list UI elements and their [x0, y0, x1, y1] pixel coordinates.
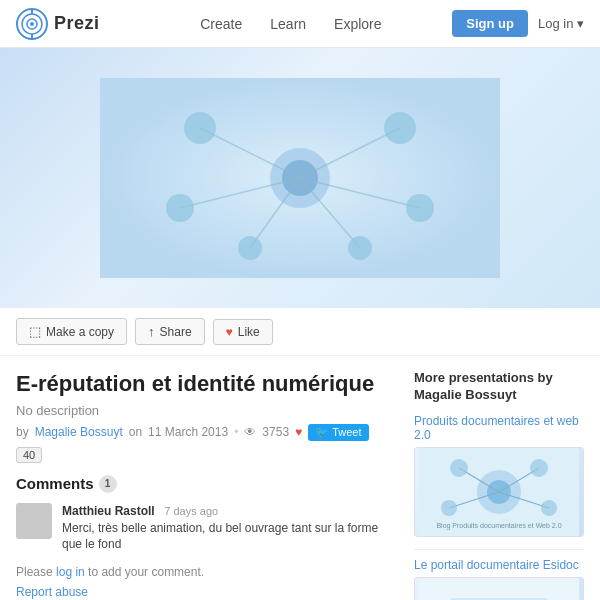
comment-text: Merci, très belle animation, du bel ouvr…	[62, 520, 398, 554]
report-abuse-link[interactable]: Report abuse	[16, 585, 398, 599]
comment-time: 7 days ago	[164, 505, 218, 517]
meta-line: by Magalie Bossuyt on 11 March 2013 • 👁 …	[16, 424, 398, 463]
sidebar-card-1: Produits documentaires et web 2.0 Blog P…	[414, 414, 584, 537]
thumb-diagram-2	[419, 578, 579, 600]
svg-point-20	[348, 236, 372, 260]
sidebar-thumb-2[interactable]	[414, 577, 584, 600]
sidebar-title: More presentations by Magalie Bossuyt	[414, 370, 584, 404]
tweet-count: 40	[16, 447, 42, 463]
svg-point-19	[238, 236, 262, 260]
logo-area[interactable]: Prezi	[16, 8, 100, 40]
header-right: Sign up Log in ▾	[452, 10, 584, 37]
svg-text:Blog Produits documentaires et: Blog Produits documentaires et Web 2.0	[436, 522, 561, 530]
left-content: E-réputation et identité numérique No de…	[16, 370, 398, 600]
signup-button[interactable]: Sign up	[452, 10, 528, 37]
share-button[interactable]: ↑ Share	[135, 318, 205, 345]
share-icon: ↑	[148, 324, 155, 339]
comments-header: Comments 1	[16, 475, 398, 493]
meta-by: by	[16, 425, 29, 439]
comment-author: Matthieu Rastoll	[62, 504, 155, 518]
nav-create[interactable]: Create	[200, 16, 242, 32]
heart-meta-icon: ♥	[295, 425, 302, 439]
sidebar-card-1-title[interactable]: Produits documentaires et web 2.0	[414, 414, 584, 442]
meta-sep1: •	[234, 425, 238, 439]
comment-count-badge: 1	[99, 475, 117, 493]
action-bar: ⬚ Make a copy ↑ Share ♥ Like	[0, 308, 600, 356]
copy-icon: ⬚	[29, 324, 41, 339]
thumb-diagram-1: Blog Produits documentaires et Web 2.0	[419, 448, 579, 536]
sidebar-card-2: Le portail documentaire Esidoc	[414, 558, 584, 600]
svg-point-3	[30, 22, 34, 26]
header: Prezi Create Learn Explore Sign up Log i…	[0, 0, 600, 48]
svg-point-17	[166, 194, 194, 222]
svg-point-30	[441, 500, 457, 516]
sidebar-card-2-title[interactable]: Le portail documentaire Esidoc	[414, 558, 584, 572]
right-sidebar: More presentations by Magalie Bossuyt Pr…	[414, 370, 584, 600]
meta-on: on	[129, 425, 142, 439]
eye-icon: 👁	[244, 425, 256, 439]
svg-point-15	[184, 112, 216, 144]
nav-explore[interactable]: Explore	[334, 16, 381, 32]
sidebar-thumb-1[interactable]: Blog Produits documentaires et Web 2.0	[414, 447, 584, 537]
author-link[interactable]: Magalie Bossuyt	[35, 425, 123, 439]
svg-rect-33	[419, 578, 579, 600]
login-link[interactable]: Log in ▾	[538, 16, 584, 31]
logo-text: Prezi	[54, 13, 100, 34]
comments-section: Comments 1 Matthieu Rastoll 7 days ago M…	[16, 475, 398, 600]
presentation-description: No description	[16, 403, 398, 418]
heart-icon: ♥	[226, 325, 233, 339]
add-comment-line: Please log in to add your comment.	[16, 565, 398, 579]
comment-body: Matthieu Rastoll 7 days ago Merci, très …	[62, 503, 398, 554]
nav-learn[interactable]: Learn	[270, 16, 306, 32]
sidebar-divider	[414, 549, 584, 550]
svg-point-29	[530, 459, 548, 477]
like-button[interactable]: ♥ Like	[213, 319, 273, 345]
prezi-logo-icon	[16, 8, 48, 40]
presentation-title: E-réputation et identité numérique	[16, 370, 398, 399]
presentation-preview[interactable]	[0, 48, 600, 308]
make-copy-button[interactable]: ⬚ Make a copy	[16, 318, 127, 345]
svg-point-31	[541, 500, 557, 516]
comment-item: Matthieu Rastoll 7 days ago Merci, très …	[16, 503, 398, 554]
avatar	[16, 503, 52, 539]
svg-point-16	[384, 112, 416, 144]
main-nav: Create Learn Explore	[130, 16, 453, 32]
svg-point-18	[406, 194, 434, 222]
meta-date: 11 March 2013	[148, 425, 228, 439]
main-content: E-réputation et identité numérique No de…	[0, 356, 600, 600]
views-count: 3753	[262, 425, 289, 439]
login-to-comment-link[interactable]: log in	[56, 565, 85, 579]
preview-diagram	[100, 78, 500, 278]
svg-point-28	[450, 459, 468, 477]
tweet-button[interactable]: 🐦 Tweet	[308, 424, 368, 441]
tweet-bird-icon: 🐦	[315, 426, 329, 439]
